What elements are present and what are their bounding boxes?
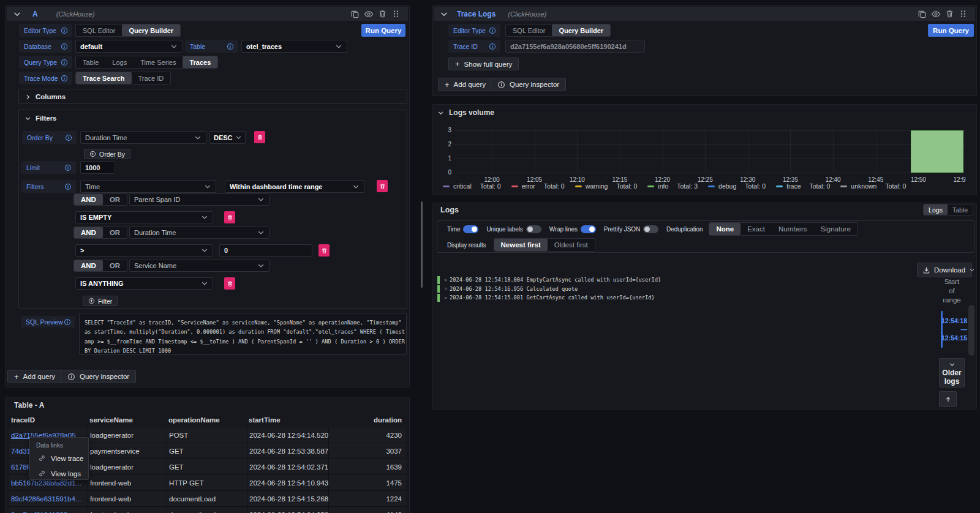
query-type-option[interactable]: Logs [105,56,134,68]
query-inspector-button[interactable]: Query inspector [491,78,566,91]
condition-operator-select[interactable]: IS EMPTY [75,211,213,223]
expand-log-icon[interactable]: > [442,286,450,291]
add-order-by-button[interactable]: Order By [84,149,130,159]
and-option[interactable]: AND [74,194,103,205]
query-type-option[interactable]: Time Series [134,56,183,68]
trace-id-link[interactable]: 89cf4286e631591b4... [11,495,81,503]
duplicate-query-icon[interactable] [350,9,360,18]
legend-item-critical[interactable]: criticalTotal: 0 [443,182,501,190]
filter-field-select[interactable]: Time [80,180,216,193]
logs-view-tab[interactable]: Logs [924,204,948,215]
deduplication-option[interactable]: Exact [741,223,772,235]
display-results-option[interactable]: Oldest first [548,239,595,251]
collapse-query-icon[interactable] [13,10,21,18]
deduplication-option[interactable]: None [709,223,741,235]
order-by-field-select[interactable]: Duration Time [80,131,206,144]
and-option[interactable]: AND [74,260,103,271]
order-by-direction-select[interactable]: DESC [209,131,246,144]
download-button[interactable]: Download [917,263,972,277]
or-option[interactable]: OR [103,227,127,238]
volume-bar-info[interactable] [911,130,963,173]
show-full-query-button[interactable]: + Show full query [448,58,519,70]
column-header[interactable]: operationName [167,413,247,427]
remove-order-by-button[interactable] [254,131,265,143]
condition-operator-select[interactable]: > [75,244,213,256]
editor-type-option[interactable]: SQL Editor [506,24,552,36]
editor-type-option[interactable]: SQL Editor [76,24,122,36]
or-option[interactable]: OR [103,260,127,271]
add-query-button[interactable]: + Add query [7,370,62,383]
circle-plus-icon [89,151,96,157]
pane-scrollbar[interactable] [421,201,423,288]
trace-mode-option[interactable]: Trace ID [132,72,171,84]
columns-section-header[interactable]: Columns [19,89,407,104]
query-type-label: Query Type [19,56,72,69]
legend-swatch [511,185,518,187]
table-select[interactable]: otel_traces [241,40,347,53]
legend-item-error[interactable]: errorTotal: 0 [511,182,565,190]
older-logs-button[interactable]: Older logs [939,358,965,388]
drag-handle-icon[interactable] [391,9,401,18]
condition-field-select[interactable]: Parent Span ID [129,193,270,206]
duplicate-query-icon[interactable] [918,9,927,18]
filter-operator-select[interactable]: Within dashboard time range [225,180,364,193]
condition-field-select[interactable]: Duration Time [129,227,270,239]
editor-type-option[interactable]: Query Builder [552,24,610,36]
query-type-switch: TableLogsTime SeriesTraces [75,56,218,69]
filters-section-header[interactable]: Filters [19,110,407,126]
remove-condition-button[interactable] [318,244,330,256]
column-header[interactable]: startTime [247,413,328,427]
database-select[interactable]: default [75,40,183,53]
logs-view-tab[interactable]: Table [948,204,973,215]
hide-response-icon[interactable] [931,9,941,19]
add-query-button[interactable]: + Add query [438,78,492,91]
toggle-switch[interactable] [526,225,541,233]
and-option[interactable]: AND [74,227,103,238]
display-results-option[interactable]: Newest first [494,239,548,251]
remove-query-icon[interactable] [378,9,387,18]
trace-id-link[interactable]: 8ae7acf81941888... [11,511,74,513]
trace-mode-option[interactable]: Trace Search [76,72,132,84]
legend-item-trace[interactable]: traceTotal: 0 [776,182,830,190]
run-query-button[interactable]: Run Query [361,24,405,37]
view-logs-menu-item[interactable]: View logs [30,466,88,481]
deduplication-option[interactable]: Numbers [772,223,814,235]
range-to-timestamp[interactable]: 12:54:15 [941,334,967,343]
scroll-to-top-button[interactable] [939,391,957,407]
or-option[interactable]: OR [103,194,127,205]
legend-item-warning[interactable]: warningTotal: 0 [575,182,638,190]
hide-response-icon[interactable] [364,9,374,19]
remove-filter-button[interactable] [377,180,388,192]
remove-query-icon[interactable] [945,9,954,18]
run-query-button[interactable]: Run Query [928,24,974,37]
remove-condition-button[interactable] [224,277,235,290]
legend-item-debug[interactable]: debugTotal: 0 [708,182,766,190]
condition-operator-select[interactable]: IS ANYTHING [75,277,213,290]
trace-id-input[interactable]: d2a7155ef6a928a05680e5ff6190241d [505,40,645,53]
add-filter-button[interactable]: Filter [83,296,118,306]
query-type-option[interactable]: Traces [183,56,217,68]
drag-handle-icon[interactable] [959,9,968,18]
legend-item-info[interactable]: infoTotal: 3 [647,182,698,190]
column-header[interactable]: duration [328,413,406,427]
column-header[interactable]: serviceName [88,413,167,427]
toggle-switch[interactable] [643,225,658,233]
remove-condition-button[interactable] [224,211,235,223]
condition-value-input[interactable]: 0 [219,244,312,256]
collapse-query-icon[interactable] [440,10,448,18]
expand-log-icon[interactable]: > [442,277,450,283]
column-header[interactable]: traceID [9,413,88,427]
query-inspector-button[interactable]: Query inspector [61,370,136,383]
limit-input[interactable]: 1000 [80,161,115,174]
toggle-switch[interactable] [581,225,596,233]
toggle-switch[interactable] [463,225,478,233]
condition-field-select[interactable]: Service Name [129,260,270,272]
range-from-timestamp[interactable]: 12:54:18 [941,317,967,326]
query-type-option[interactable]: Table [76,56,105,68]
legend-item-unknown[interactable]: unknownTotal: 0 [840,182,906,190]
expand-log-icon[interactable]: > [442,295,450,301]
editor-type-option[interactable]: Query Builder [122,24,180,36]
logs-scrollbar[interactable] [968,305,974,356]
view-trace-menu-item[interactable]: View trace [30,451,88,466]
deduplication-option[interactable]: Signature [814,223,858,235]
